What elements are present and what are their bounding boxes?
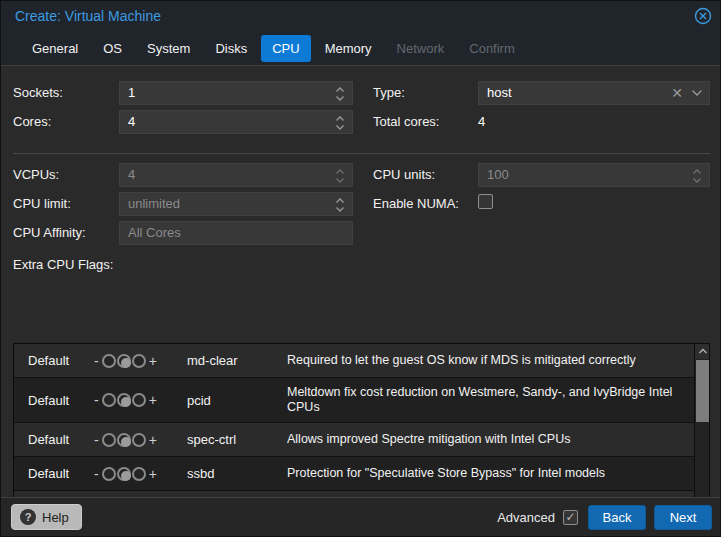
slider-thumb[interactable]	[117, 467, 131, 481]
flag-description: Allows improved Spectre mitigation with …	[282, 430, 694, 449]
sockets-spinner[interactable]: 1	[119, 81, 353, 105]
create-vm-dialog: Create: Virtual Machine General OS Syste…	[0, 0, 721, 537]
spinner-arrows-icon[interactable]	[334, 85, 346, 103]
cpu-panel: Sockets: 1 Type: host ✕ Cores: 4 To	[1, 67, 720, 497]
section-divider	[13, 153, 710, 154]
flag-state-value: Default	[14, 466, 94, 481]
scrollbar-thumb[interactable]	[696, 360, 709, 422]
flag-row[interactable]: Default - + md-clear Required to let the…	[14, 344, 694, 378]
flag-tristate-slider[interactable]: - +	[94, 392, 182, 408]
slider-plus-label: +	[149, 353, 157, 369]
slider-minus-label: -	[94, 392, 99, 408]
tab-memory[interactable]: Memory	[314, 35, 383, 62]
cores-spinner[interactable]: 4	[119, 110, 353, 134]
spinner-arrows-icon	[334, 167, 346, 185]
dialog-titlebar: Create: Virtual Machine	[1, 1, 720, 31]
vcpus-label: VCPUs:	[13, 167, 59, 182]
flag-name: spec-ctrl	[182, 432, 282, 447]
slider-on-position[interactable]	[132, 433, 146, 447]
slider-off-position[interactable]	[102, 393, 116, 407]
spinner-arrows-icon[interactable]	[334, 196, 346, 214]
wizard-tabbar: General OS System Disks CPU Memory Netwo…	[1, 31, 720, 66]
slider-thumb[interactable]	[117, 393, 131, 407]
flag-tristate-slider[interactable]: - +	[94, 466, 182, 482]
flag-tristate-slider[interactable]: - +	[94, 432, 182, 448]
flag-name: md-clear	[182, 353, 282, 368]
cpu-limit-spinner[interactable]: unlimited	[119, 192, 353, 216]
flag-state-value: Default	[14, 353, 94, 368]
slider-on-position[interactable]	[132, 467, 146, 481]
flag-row[interactable]: Default - + spec-ctrl Allows improved Sp…	[14, 423, 694, 457]
help-icon: ?	[20, 509, 36, 525]
enable-numa-checkbox[interactable]	[478, 194, 493, 209]
tab-network: Network	[386, 35, 456, 62]
sockets-label: Sockets:	[13, 85, 63, 100]
slider-thumb[interactable]	[117, 354, 131, 368]
flag-description: Required to let the guest OS know if MDS…	[282, 351, 694, 370]
flag-description: Meltdown fix cost reduction on Westmere,…	[282, 383, 694, 417]
flag-row[interactable]: Default - + pcid Meltdown fix cost reduc…	[14, 378, 694, 423]
vcpus-spinner: 4	[119, 163, 353, 187]
back-button[interactable]: Back	[588, 505, 646, 530]
slider-minus-label: -	[94, 353, 99, 369]
tab-cpu[interactable]: CPU	[261, 35, 310, 62]
advanced-checkbox[interactable]: ✓	[563, 510, 578, 525]
dialog-title: Create: Virtual Machine	[15, 1, 161, 31]
next-button[interactable]: Next	[654, 505, 712, 530]
clear-icon[interactable]: ✕	[671, 86, 683, 100]
total-cores-label: Total cores:	[373, 114, 439, 129]
tab-system[interactable]: System	[136, 35, 201, 62]
slider-plus-label: +	[149, 432, 157, 448]
tab-os[interactable]: OS	[92, 35, 133, 62]
dialog-footer: ? Help Advanced ✓ Back Next	[1, 497, 720, 536]
slider-thumb[interactable]	[117, 433, 131, 447]
chevron-down-icon[interactable]	[691, 82, 703, 104]
flag-description: Protection for "Speculative Store Bypass…	[282, 464, 694, 483]
enable-numa-label: Enable NUMA:	[373, 196, 459, 211]
slider-minus-label: -	[94, 432, 99, 448]
scroll-up-icon[interactable]	[695, 344, 710, 359]
flag-state-value: Default	[14, 432, 94, 447]
cpu-units-spinner: 100	[478, 163, 710, 187]
help-button-label: Help	[42, 510, 69, 525]
cpu-units-label: CPU units:	[373, 167, 435, 182]
tab-confirm: Confirm	[458, 35, 526, 62]
advanced-label: Advanced	[497, 510, 555, 525]
cores-label: Cores:	[13, 114, 51, 129]
tab-disks[interactable]: Disks	[204, 35, 258, 62]
slider-plus-label: +	[149, 466, 157, 482]
flag-name: pcid	[182, 393, 282, 408]
extra-cpu-flags-label: Extra CPU Flags:	[13, 257, 113, 272]
slider-off-position[interactable]	[102, 467, 116, 481]
cpu-affinity-label: CPU Affinity:	[13, 225, 86, 240]
slider-on-position[interactable]	[132, 393, 146, 407]
help-button[interactable]: ? Help	[11, 504, 82, 530]
flag-name: ssbd	[182, 466, 282, 481]
tab-general[interactable]: General	[21, 35, 89, 62]
flag-row[interactable]: Default - + ssbd Protection for "Specula…	[14, 457, 694, 491]
close-icon[interactable]	[694, 7, 712, 25]
flag-state-value: Default	[14, 393, 94, 408]
spinner-arrows-icon	[691, 167, 703, 185]
spinner-arrows-icon[interactable]	[334, 114, 346, 132]
flag-tristate-slider[interactable]: - +	[94, 353, 182, 369]
type-combobox[interactable]: host ✕	[478, 81, 710, 105]
type-label: Type:	[373, 85, 405, 100]
slider-plus-label: +	[149, 392, 157, 408]
slider-off-position[interactable]	[102, 354, 116, 368]
slider-minus-label: -	[94, 466, 99, 482]
slider-off-position[interactable]	[102, 433, 116, 447]
cpu-limit-label: CPU limit:	[13, 196, 71, 211]
cpu-affinity-input[interactable]: All Cores	[119, 221, 353, 245]
total-cores-value: 4	[478, 114, 485, 129]
slider-on-position[interactable]	[132, 354, 146, 368]
